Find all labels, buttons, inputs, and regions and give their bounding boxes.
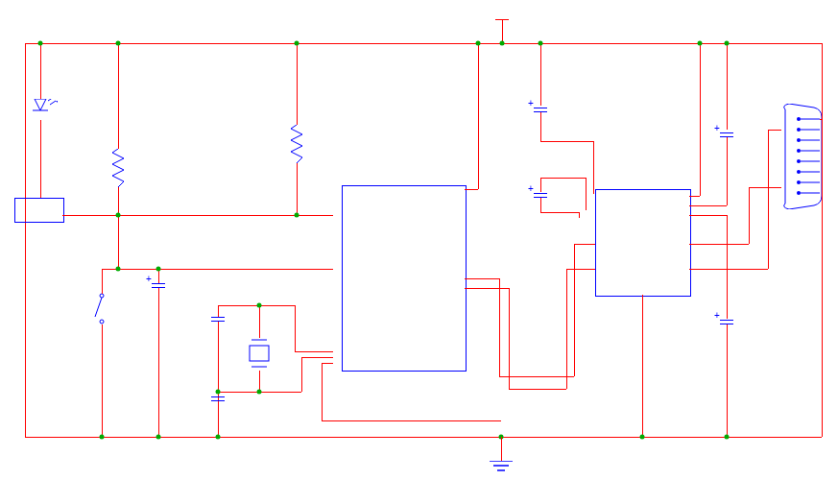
- wire-u2-dq: [62, 215, 333, 216]
- u1-box: [342, 185, 467, 372]
- wire-u1-vcc: [478, 43, 479, 189]
- wire-xtal1-in: [301, 357, 333, 358]
- wire-c1-bot: [727, 324, 728, 437]
- wire-u3-j1-b2: [768, 130, 781, 131]
- wire-net9: [540, 178, 586, 179]
- wire-net5-h2: [566, 269, 595, 270]
- rail-top: [25, 43, 822, 44]
- wire-r1-bot: [297, 163, 298, 215]
- node-c6-branch: [216, 390, 221, 395]
- wire-xtal2-in: [295, 351, 333, 352]
- wire-u3-vcc: [700, 43, 701, 196]
- crystal-icon: [248, 336, 271, 371]
- switch-icon: [92, 293, 111, 326]
- wire-net5-h1: [509, 389, 566, 390]
- wire-c3-top: [540, 43, 541, 106]
- wire-u3-j1-av: [749, 187, 750, 244]
- node-vcc-top: [500, 41, 505, 46]
- c4-plus: +: [528, 183, 534, 194]
- wire-c4-top: [540, 178, 541, 192]
- c3-plus: +: [528, 98, 534, 108]
- wire-net6-h0: [465, 278, 499, 279]
- wire-c4-bot: [540, 198, 541, 212]
- svg-point-22: [797, 170, 801, 174]
- wire-c3-bot: [540, 112, 541, 141]
- wire-led-bot: [40, 120, 41, 168]
- wire-c1-top: [727, 215, 728, 319]
- c2-plus: +: [714, 123, 720, 133]
- svg-line-3: [50, 101, 56, 105]
- dsub9f-icon: [779, 104, 822, 209]
- wire-c5-bot: [218, 322, 219, 437]
- node-gnd-2: [156, 435, 161, 440]
- node-c2-top: [725, 41, 730, 46]
- wire-c2-to-u3: [689, 205, 727, 206]
- wire-net6-h2: [574, 244, 595, 245]
- u2-box: [14, 198, 64, 223]
- wire-net6-h1: [499, 376, 574, 377]
- svg-point-18: [797, 149, 801, 153]
- node-u3-vcc: [698, 41, 703, 46]
- node-c3-top: [539, 41, 543, 46]
- wire-c2-bot: [727, 137, 728, 205]
- node-c7-top: [156, 267, 161, 272]
- wire-r2-top: [118, 43, 119, 149]
- svg-point-12: [797, 117, 801, 121]
- wire-j1-top-gnd: [820, 119, 822, 120]
- wire-led-top: [40, 43, 41, 99]
- node-r1-top: [295, 41, 299, 46]
- node-gnd-7: [725, 435, 730, 440]
- wire-net5-v0: [509, 288, 510, 389]
- u3-box: [595, 189, 691, 297]
- wire-j2-bot: [102, 324, 103, 437]
- svg-point-6: [100, 294, 104, 298]
- wire-right-rail: [822, 43, 823, 437]
- wire-c5-top: [218, 305, 219, 317]
- wire-net9-v: [586, 178, 587, 210]
- wire-u3-j1-bv: [768, 130, 769, 269]
- r1-icon: [291, 125, 302, 163]
- wire-u1-gnd-stub: [322, 363, 333, 364]
- node-u1-vcc: [476, 41, 481, 46]
- svg-marker-0: [35, 99, 46, 110]
- wire-u1-gnd-h: [322, 420, 501, 421]
- node-r1-bot: [295, 213, 299, 218]
- svg-point-14: [797, 128, 801, 132]
- node-gnd-6: [640, 435, 645, 440]
- wire-c7-bot: [158, 288, 159, 437]
- wire-rst-h: [102, 269, 333, 270]
- wire-u3-j1-a2: [749, 187, 781, 188]
- svg-marker-5: [56, 101, 58, 103]
- node-gnd-3: [216, 435, 221, 440]
- wire-net14-v1: [295, 305, 296, 351]
- svg-point-20: [797, 159, 801, 163]
- led-icon: [29, 99, 58, 124]
- wire-net14-v2: [301, 357, 302, 392]
- r2-icon: [112, 149, 124, 187]
- wire-c2-top: [727, 43, 728, 130]
- wire-net10: [540, 212, 579, 213]
- wire-net6-v0: [499, 278, 500, 376]
- c7-plus: +: [146, 274, 152, 284]
- wire-u3-vcc-h: [689, 196, 700, 197]
- svg-point-24: [797, 180, 801, 184]
- wire-net7: [540, 141, 593, 142]
- node-rst-junc: [116, 267, 121, 272]
- svg-point-26: [797, 191, 801, 195]
- wire-u3-j1-b: [689, 269, 768, 270]
- wire-left-drop: [25, 43, 26, 437]
- svg-point-8: [100, 320, 104, 324]
- rail-bottom: [25, 437, 822, 438]
- node-r2-bot: [116, 213, 121, 218]
- node-net13: [257, 303, 262, 308]
- wire-net5-v: [566, 269, 567, 389]
- wire-u2-vdd: [40, 168, 41, 198]
- svg-rect-10: [250, 346, 269, 361]
- svg-line-7: [95, 298, 102, 317]
- node-led-top: [38, 41, 43, 46]
- wire-x1-top: [259, 305, 260, 338]
- wire-net6-v: [574, 244, 575, 376]
- wire-r1-top: [297, 43, 298, 125]
- wire-gnd-stub: [501, 437, 502, 461]
- node-gnd-1: [100, 435, 105, 440]
